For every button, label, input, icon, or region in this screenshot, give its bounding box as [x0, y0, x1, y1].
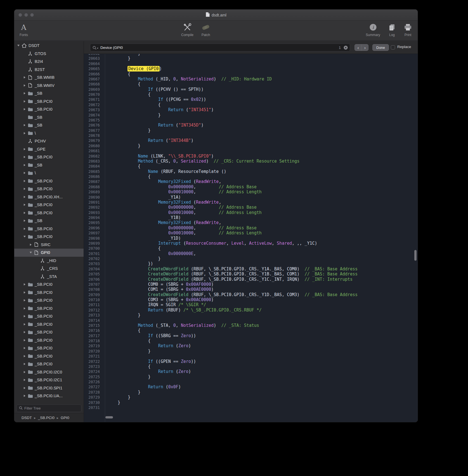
disclosure-closed-icon[interactable]: [23, 148, 27, 150]
replace-checkbox[interactable]: [391, 45, 395, 49]
code-line[interactable]: 20673 Return ("INT3451"): [84, 107, 418, 112]
toolbar-compile-button[interactable]: Compile: [178, 22, 197, 37]
code-line[interactable]: 20705 CreateDWordField (RBUF, \_SB.PCI0.…: [84, 272, 418, 277]
find-field[interactable]: 1: [90, 44, 350, 51]
code-line[interactable]: 20693 0x00010000, // Address Length: [84, 210, 418, 215]
tree-item-_sbpci0[interactable]: _SB.PCI0: [14, 304, 84, 313]
tree-item-_sbpci0[interactable]: _SB.PCI0: [14, 185, 84, 193]
disclosure-closed-icon[interactable]: [23, 84, 27, 87]
code-line[interactable]: 20688 0x00000000, // Address Base: [84, 184, 418, 189]
tree-item-_sbpci0xh[interactable]: _SB.PCI0.XH...: [14, 193, 84, 201]
tree-item-[interactable]: \: [14, 169, 84, 177]
tree-item-_sbpci0[interactable]: _SB.PCI0: [14, 336, 84, 344]
code-line[interactable]: 20677 }: [84, 128, 418, 133]
disclosure-closed-icon[interactable]: [23, 92, 27, 94]
tree-item-[interactable]: \: [14, 129, 84, 137]
code-line[interactable]: 20727 Return (0x0F): [84, 384, 418, 389]
code-editor[interactable]: 20662 }20663 }2066420665 Device (GPI0)20…: [84, 54, 418, 422]
code-line[interactable]: 20695 Memory32Fixed (ReadWrite,: [84, 220, 418, 225]
find-input[interactable]: [100, 44, 334, 51]
tree-item-_hid[interactable]: _HID: [14, 257, 84, 265]
disclosure-closed-icon[interactable]: [23, 379, 27, 381]
code-line[interactable]: 20722 If ((GPEN == Zero)): [84, 359, 418, 364]
code-line[interactable]: 20708 COM1 = (SBRG + 0x00AE0000): [84, 287, 418, 292]
code-line[interactable]: 20721: [84, 354, 418, 359]
code-line[interactable]: 20691 Memory32Fixed (ReadWrite,: [84, 200, 418, 205]
tree-item-_sbpci0[interactable]: _SB.PCI0: [14, 153, 84, 161]
code-line[interactable]: 20684 {: [84, 164, 418, 169]
tree-item-_sb[interactable]: _SB: [14, 161, 84, 169]
disclosure-open-icon[interactable]: [29, 252, 33, 253]
disclosure-closed-icon[interactable]: [23, 100, 27, 103]
code-line[interactable]: 20689 0x00010000, // Address Length: [84, 189, 418, 194]
disclosure-closed-icon[interactable]: [23, 283, 27, 285]
code-line[interactable]: 20698 _Y1D): [84, 236, 418, 241]
breadcrumb-item[interactable]: _SB.PCI0: [38, 416, 55, 420]
code-line[interactable]: 20699 Interrupt (ResourceConsumer, Level…: [84, 241, 418, 246]
search-menu-icon[interactable]: [93, 46, 98, 50]
disclosure-closed-icon[interactable]: [23, 291, 27, 294]
disclosure-closed-icon[interactable]: [23, 371, 27, 373]
code-line[interactable]: 20723 {: [84, 364, 418, 369]
disclosure-closed-icon[interactable]: [23, 299, 27, 301]
disclosure-closed-icon[interactable]: [23, 220, 27, 222]
code-line[interactable]: 20692 0x00000000, // Address Base: [84, 205, 418, 210]
tree-item-_sbpci0[interactable]: _SB.PCI0: [14, 225, 84, 233]
titlebar[interactable]: dsdt.aml: [14, 9, 418, 21]
code-line[interactable]: 20700 {: [84, 246, 418, 251]
code-line[interactable]: 20714: [84, 318, 418, 323]
vertical-scrollbar-thumb[interactable]: [414, 250, 417, 261]
tree-item-_sb[interactable]: _SB: [14, 89, 84, 97]
tree-item-_sbwmiv[interactable]: _SB.WMIV: [14, 82, 84, 90]
disclosure-closed-icon[interactable]: [23, 355, 27, 357]
disclosure-closed-icon[interactable]: [23, 164, 27, 166]
code-line[interactable]: 20672 {: [84, 102, 418, 107]
code-line[interactable]: 20696 0x00000000, // Address Base: [84, 225, 418, 230]
tree-item-sirc[interactable]: SIRC: [14, 241, 84, 249]
code-line[interactable]: 20715 Method (_STA, 0, NotSerialized) //…: [84, 323, 418, 328]
tree-item-_sbwmib[interactable]: _SB.WMIB: [14, 73, 84, 82]
tree-item-_sbpci0[interactable]: _SB.PCI0: [14, 233, 84, 241]
tree-item-_sbpci0spi1[interactable]: _SB.PCI0.SPI1: [14, 384, 84, 392]
code-line[interactable]: 20669 If ((PCHV () == SPTH)): [84, 87, 418, 92]
tree-item-pchv[interactable]: PCHV: [14, 137, 84, 145]
code-line[interactable]: 20725 }: [84, 374, 418, 379]
code-line[interactable]: 20666 {: [84, 72, 418, 77]
disclosure-closed-icon[interactable]: [23, 395, 27, 397]
tree-item-_sbpci0[interactable]: _SB.PCI0: [14, 328, 84, 336]
disclosure-open-icon[interactable]: [16, 45, 20, 46]
tree-item-_sb[interactable]: _SB: [14, 113, 84, 122]
tree-item-_sbpci0[interactable]: _SB.PCI0: [14, 360, 84, 368]
code-line[interactable]: 20713 }: [84, 313, 418, 318]
code-line[interactable]: 20709 CreateDWordField (RBUF, \_SB.PCI0.…: [84, 292, 418, 297]
code-line[interactable]: 20702 }: [84, 256, 418, 261]
code-line[interactable]: 20718 {: [84, 338, 418, 343]
tree-item-_sbpci0[interactable]: _SB.PCI0: [14, 344, 84, 352]
code-line[interactable]: 20716 {: [84, 328, 418, 333]
tree-item-b2st[interactable]: B2ST: [14, 66, 84, 74]
tree-item-gpi0[interactable]: GPI0: [14, 249, 84, 257]
code-line[interactable]: 20680 }: [84, 143, 418, 148]
toolbar-summary-button[interactable]: i Summary: [364, 22, 382, 37]
next-match-button[interactable]: ›: [361, 44, 368, 51]
code-line[interactable]: 20706 CreateDWordField (RBUF, \_SB.PCI0.…: [84, 277, 418, 282]
clear-search-icon[interactable]: [344, 46, 348, 50]
code-line[interactable]: 20726: [84, 379, 418, 384]
disclosure-closed-icon[interactable]: [23, 228, 27, 230]
tree-item-_sbpci0i2c0[interactable]: _SB.PCI0.I2C0: [14, 368, 84, 376]
previous-match-button[interactable]: ‹: [355, 44, 361, 51]
tree-item-_gpe[interactable]: _GPE: [14, 145, 84, 153]
tree-item-_sbpci0[interactable]: _SB.PCI0: [14, 296, 84, 304]
code-line[interactable]: 20685 Name (RBUF, ResourceTemplate (): [84, 169, 418, 174]
tree-item-_sbpci0[interactable]: _SB.PCI0: [14, 320, 84, 329]
disclosure-closed-icon[interactable]: [23, 339, 27, 341]
code-line[interactable]: 20676 Return ("INT345D"): [84, 123, 418, 128]
minimize-button[interactable]: [24, 13, 28, 17]
code-line[interactable]: 20686 {: [84, 174, 418, 179]
code-line[interactable]: 20670 {: [84, 92, 418, 97]
close-button[interactable]: [18, 13, 22, 17]
tree-item-_sbpci0ua[interactable]: _SB.PCI0.UA...: [14, 392, 84, 400]
code-line[interactable]: 20682 Name (LINK, "\\_SB.PCI0.GPI0"): [84, 154, 418, 159]
tree-item-_sbpci0[interactable]: _SB.PCI0: [14, 97, 84, 106]
code-line[interactable]: 20675: [84, 118, 418, 123]
